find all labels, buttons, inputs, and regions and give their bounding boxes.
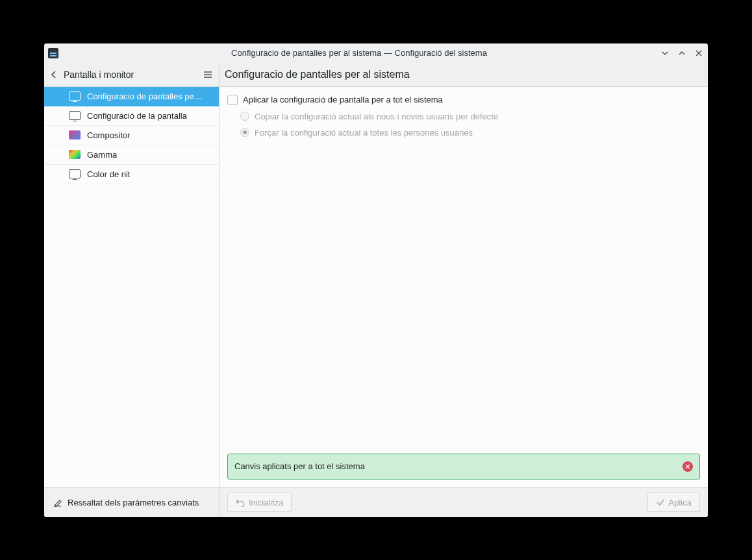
chevron-left-icon xyxy=(49,70,58,79)
content: Pantalla i monitor Configuracio de panta… xyxy=(44,63,708,517)
highlight-changed-button[interactable]: Ressaltat dels paràmetres canviats xyxy=(44,487,219,517)
sidebar-item-system-screens[interactable]: Configuracio de pantalles pe… xyxy=(44,87,219,106)
menu-button[interactable] xyxy=(202,69,214,80)
notification-text: Canvis aplicats per a tot el sistema xyxy=(234,461,683,471)
reset-button[interactable]: Inicialitza xyxy=(227,493,292,512)
compositor-icon xyxy=(69,130,81,140)
apply-systemwide-label: Aplicar la configuració de pantalla per … xyxy=(243,95,443,104)
undo-icon xyxy=(236,498,245,507)
radio-copy-config[interactable] xyxy=(240,112,249,121)
radio-force-label: Forçar la configuració actual a totes le… xyxy=(255,128,473,138)
sidebar-header: Pantalla i monitor xyxy=(44,63,219,86)
display-icon xyxy=(69,91,81,101)
radio-copy-label: Copiar la configuració actual als nous i… xyxy=(255,112,498,121)
main-body: Aplicar la configuració de pantalla per … xyxy=(219,86,708,487)
notification-banner: Canvis aplicats per a tot el sistema xyxy=(227,454,700,480)
main-panel: Configuracio de pantalles per al sistema… xyxy=(219,63,708,517)
page-title: Configuracio de pantalles per al sistema xyxy=(219,63,708,86)
apply-systemwide-row: Aplicar la configuració de pantalla per … xyxy=(227,95,700,105)
sidebar-item-label: Compositor xyxy=(87,130,130,140)
sidebar-item-label: Gamma xyxy=(87,150,117,160)
gamma-icon xyxy=(69,150,81,159)
sidebar-item-label: Configuracio de pantalles pe… xyxy=(87,91,203,101)
sidebar: Pantalla i monitor Configuracio de panta… xyxy=(44,63,219,517)
highlight-changed-label: Ressaltat dels paràmetres canviats xyxy=(68,498,199,507)
apply-button[interactable]: Aplica xyxy=(647,493,700,512)
radio-force-row: Forçar la configuració actual a totes le… xyxy=(240,128,700,138)
highlight-icon xyxy=(53,498,62,507)
chevron-down-icon xyxy=(661,49,669,57)
titlebar: Configuracio de pantalles per al sistema… xyxy=(44,43,708,63)
sidebar-item-night-color[interactable]: Color de nit xyxy=(44,165,219,184)
chevron-up-icon xyxy=(678,49,686,57)
window-title: Configuracio de pantalles per al sistema… xyxy=(62,48,656,58)
notification-close-button[interactable] xyxy=(683,461,693,472)
apply-button-label: Aplica xyxy=(669,498,692,507)
display-icon xyxy=(69,169,81,178)
sidebar-list: Configuracio de pantalles pe… Configurac… xyxy=(44,86,219,487)
sidebar-item-label: Configuració de la pantalla xyxy=(87,111,187,121)
breadcrumb[interactable]: Pantalla i monitor xyxy=(64,69,197,80)
hamburger-icon xyxy=(202,69,214,80)
window-controls xyxy=(660,48,704,58)
maximize-button[interactable] xyxy=(677,48,687,58)
app-icon xyxy=(48,48,58,58)
back-button[interactable] xyxy=(49,70,58,79)
sidebar-item-compositor[interactable]: Compositor xyxy=(44,126,219,145)
apply-systemwide-checkbox[interactable] xyxy=(227,95,238,105)
settings-window: Configuracio de pantalles per al sistema… xyxy=(44,43,708,517)
reset-button-label: Inicialitza xyxy=(249,498,283,507)
close-button[interactable] xyxy=(694,48,704,58)
radio-copy-row: Copiar la configuració actual als nous i… xyxy=(240,112,700,121)
close-icon xyxy=(685,464,690,469)
sidebar-item-gamma[interactable]: Gamma xyxy=(44,145,219,165)
sidebar-item-display-config[interactable]: Configuració de la pantalla xyxy=(44,106,219,126)
check-icon xyxy=(656,498,665,507)
radio-force-config[interactable] xyxy=(240,128,249,137)
sidebar-item-label: Color de nit xyxy=(87,169,130,179)
form-area: Aplicar la configuració de pantalla per … xyxy=(227,95,700,448)
display-icon xyxy=(69,111,81,120)
close-icon xyxy=(695,49,703,57)
main-footer: Inicialitza Aplica xyxy=(219,487,708,517)
minimize-button[interactable] xyxy=(660,48,670,58)
